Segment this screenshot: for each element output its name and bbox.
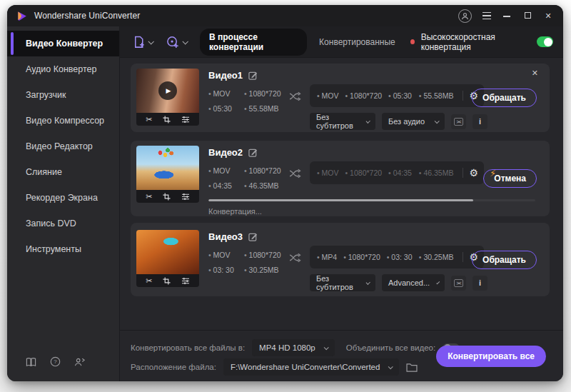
sidebar-item-label: Видео Компрессор: [26, 116, 104, 126]
compress-icon[interactable]: ><: [451, 114, 466, 129]
svg-text:?: ?: [54, 358, 57, 365]
sidebar: Видео Конвертер Аудио Конвертер Загрузчи…: [7, 26, 120, 381]
convert-button[interactable]: Обращать: [472, 251, 537, 269]
conversion-progress: [208, 199, 535, 201]
sidebar-item-label: Видео Редактор: [26, 141, 93, 151]
titlebar: Wondershare UniConverter ✕: [7, 5, 563, 26]
info-icon[interactable]: i: [473, 276, 487, 291]
add-files-button[interactable]: [132, 35, 153, 49]
sidebar-item-merge[interactable]: Слияние: [7, 159, 119, 185]
audio-dropdown[interactable]: Advanced...: [382, 274, 445, 291]
out-duration: 05:30: [388, 91, 412, 100]
video-thumbnail[interactable]: [136, 230, 199, 274]
crop-icon[interactable]: [163, 277, 171, 285]
highspeed-toggle[interactable]: [537, 36, 553, 47]
out-size: 30.25MB: [419, 253, 454, 261]
trim-icon[interactable]: ✂: [146, 116, 152, 124]
video-title: Видео2: [208, 147, 243, 158]
remove-task-icon[interactable]: ✕: [532, 69, 538, 77]
task-list: ✕ ▶ ✂ Видео1: [120, 58, 563, 305]
out-resolution: 1080*720: [343, 253, 380, 261]
audio-dropdown[interactable]: Без аудио: [382, 113, 445, 130]
maximize-button[interactable]: [522, 11, 532, 21]
settings-gear-icon[interactable]: ⚙: [469, 168, 478, 178]
audio-value: Advanced...: [388, 278, 430, 287]
sidebar-item-video-editor[interactable]: Видео Редактор: [7, 134, 119, 159]
sidebar-item-label: Загрузчик: [26, 90, 66, 100]
sidebar-item-video-compressor[interactable]: Видео Компрессор: [7, 108, 119, 134]
sidebar-item-screen-recorder[interactable]: Рекордер Экрана: [7, 185, 119, 211]
subtitle-value: Без субтитров: [316, 274, 359, 291]
location-value: F:\Wondershare UniConverter\Converted: [231, 363, 380, 371]
close-button[interactable]: ✕: [543, 11, 553, 21]
video-thumbnail[interactable]: [136, 146, 199, 190]
output-settings[interactable]: MP4 1080*720 03: 30 30.25MB ⚙: [310, 246, 484, 268]
app-logo-icon: [16, 10, 28, 22]
chevron-down-icon: [436, 281, 440, 284]
out-duration: 03: 30: [387, 253, 413, 261]
src-format: MOV: [208, 89, 244, 98]
video-title: Видео1: [208, 70, 243, 81]
effects-icon[interactable]: [181, 116, 190, 124]
rename-icon[interactable]: [248, 232, 258, 241]
output-format-value: MP4 HD 1080p: [259, 343, 315, 352]
src-size: 55.58MB: [244, 104, 284, 113]
chevron-down-icon: [435, 119, 440, 124]
help-icon[interactable]: ?: [50, 356, 61, 367]
guide-book-icon[interactable]: [26, 357, 36, 367]
main-toolbar: В процессе конвертации Конвертированные …: [120, 26, 563, 58]
subtitle-dropdown[interactable]: Без субтитров: [310, 274, 375, 291]
minimize-button[interactable]: [502, 11, 512, 21]
play-icon[interactable]: ▶: [158, 81, 177, 100]
effects-icon[interactable]: [181, 277, 190, 285]
sidebar-item-label: Запись DVD: [26, 218, 76, 228]
cancel-button[interactable]: Отмена: [483, 169, 537, 188]
tab-converting[interactable]: В процессе конвертации: [200, 29, 307, 56]
merge-label: Объединить все видео:: [346, 343, 435, 352]
conversion-status: Конвертация...: [208, 207, 537, 216]
out-format: MOV: [317, 91, 339, 100]
account-avatar-icon[interactable]: [458, 9, 472, 23]
sidebar-item-dvd-burn[interactable]: Запись DVD: [7, 211, 119, 236]
share-users-icon[interactable]: [74, 357, 86, 367]
sidebar-item-downloader[interactable]: Загрузчик: [7, 82, 119, 108]
rename-icon[interactable]: [248, 71, 258, 80]
rename-icon[interactable]: [248, 148, 258, 157]
sidebar-item-toolbox[interactable]: Инструменты: [7, 236, 119, 262]
chevron-down-icon: [323, 345, 328, 350]
open-folder-icon[interactable]: [406, 363, 418, 372]
sidebar-item-label: Слияние: [26, 167, 62, 177]
output-format-dropdown[interactable]: MP4 HD 1080p: [252, 339, 335, 356]
compress-icon[interactable]: ><: [451, 276, 466, 291]
src-format: MOV: [208, 251, 244, 259]
src-resolution: 1080*720: [244, 251, 284, 259]
out-format: MP4: [317, 253, 337, 261]
sidebar-item-video-converter[interactable]: Видео Конвертер: [7, 31, 119, 56]
location-dropdown[interactable]: F:\Wondershare UniConverter\Converted: [223, 358, 399, 376]
chevron-down-icon: [365, 119, 370, 124]
load-dvd-button[interactable]: [166, 35, 187, 49]
sidebar-item-label: Аудио Конвертер: [26, 64, 97, 74]
trim-icon[interactable]: ✂: [146, 277, 152, 285]
chevron-down-icon: [365, 280, 370, 285]
video-thumbnail[interactable]: ▶: [136, 69, 199, 113]
effects-icon[interactable]: [181, 193, 190, 201]
convert-all-button[interactable]: Конвертировать все: [436, 346, 546, 367]
src-size: 46.35MB: [244, 181, 284, 190]
subtitle-dropdown[interactable]: Без субтитров: [310, 113, 375, 130]
video-card-3: ✂ Видео3 MOV 1080*720 03:: [131, 223, 550, 296]
src-resolution: 1080*720: [244, 166, 284, 175]
convert-arrows-icon: [286, 91, 303, 101]
sidebar-item-label: Рекордер Экрана: [26, 193, 98, 203]
menu-icon[interactable]: [482, 12, 491, 20]
output-settings[interactable]: MOV 1080*720 05:30 55.58MB ⚙: [310, 84, 484, 107]
crop-icon[interactable]: [163, 116, 171, 124]
subtitle-value: Без субтитров: [316, 113, 359, 130]
convert-button[interactable]: Обращать: [472, 89, 537, 107]
info-icon[interactable]: i: [473, 114, 487, 129]
trim-icon[interactable]: ✂: [146, 193, 152, 201]
crop-icon[interactable]: [163, 193, 171, 201]
tab-converted[interactable]: Конвертированные: [319, 37, 395, 47]
sidebar-item-audio-converter[interactable]: Аудио Конвертер: [7, 56, 119, 82]
src-format: MOV: [208, 166, 244, 175]
